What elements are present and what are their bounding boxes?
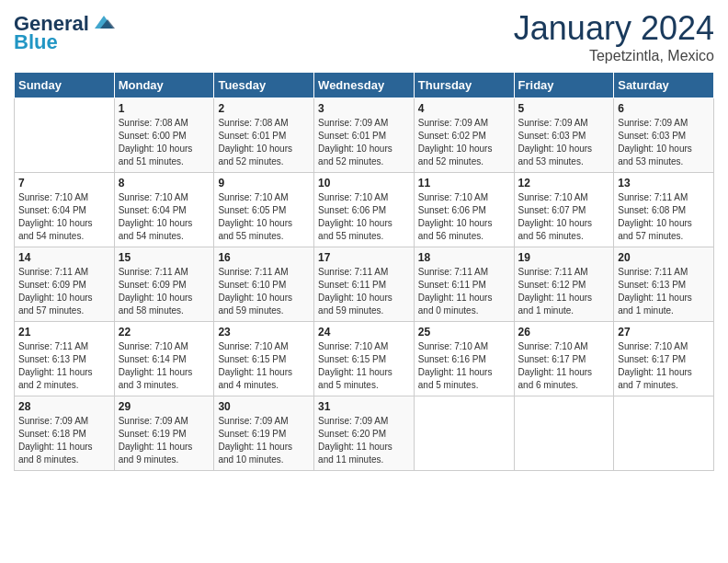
calendar-header-row: SundayMondayTuesdayWednesdayThursdayFrid… [15, 73, 714, 98]
day-cell: 24Sunrise: 7:10 AM Sunset: 6:15 PM Dayli… [314, 322, 415, 396]
day-info: Sunrise: 7:09 AM Sunset: 6:03 PM Dayligh… [518, 117, 610, 168]
day-cell: 25Sunrise: 7:10 AM Sunset: 6:16 PM Dayli… [414, 322, 514, 396]
day-info: Sunrise: 7:10 AM Sunset: 6:15 PM Dayligh… [318, 340, 410, 392]
day-cell: 2Sunrise: 7:08 AM Sunset: 6:01 PM Daylig… [214, 98, 314, 173]
day-cell: 27Sunrise: 7:10 AM Sunset: 6:17 PM Dayli… [614, 322, 714, 396]
day-info: Sunrise: 7:09 AM Sunset: 6:19 PM Dayligh… [218, 415, 310, 466]
day-number: 22 [119, 326, 210, 339]
col-header-tuesday: Tuesday [214, 73, 314, 98]
day-cell [614, 396, 714, 471]
day-info: Sunrise: 7:11 AM Sunset: 6:09 PM Dayligh… [18, 266, 110, 317]
day-cell: 8Sunrise: 7:10 AM Sunset: 6:04 PM Daylig… [114, 173, 214, 247]
day-number: 6 [618, 102, 710, 115]
day-cell: 23Sunrise: 7:10 AM Sunset: 6:15 PM Dayli… [214, 322, 314, 396]
day-number: 2 [218, 102, 310, 115]
month-title: January 2024 [514, 9, 714, 48]
day-info: Sunrise: 7:10 AM Sunset: 6:16 PM Dayligh… [418, 340, 510, 392]
day-info: Sunrise: 7:10 AM Sunset: 6:05 PM Dayligh… [218, 191, 310, 243]
day-number: 18 [418, 251, 510, 264]
day-cell: 20Sunrise: 7:11 AM Sunset: 6:13 PM Dayli… [614, 247, 714, 322]
day-info: Sunrise: 7:11 AM Sunset: 6:13 PM Dayligh… [618, 266, 710, 317]
day-info: Sunrise: 7:10 AM Sunset: 6:04 PM Dayligh… [18, 191, 110, 243]
col-header-wednesday: Wednesday [314, 73, 415, 98]
day-number: 28 [18, 400, 110, 413]
day-number: 10 [318, 177, 410, 190]
day-info: Sunrise: 7:09 AM Sunset: 6:19 PM Dayligh… [119, 415, 210, 466]
day-number: 23 [218, 326, 310, 339]
day-number: 24 [318, 326, 410, 339]
col-header-monday: Monday [114, 73, 214, 98]
col-header-sunday: Sunday [15, 73, 115, 98]
day-cell: 3Sunrise: 7:09 AM Sunset: 6:01 PM Daylig… [314, 98, 415, 173]
day-info: Sunrise: 7:09 AM Sunset: 6:18 PM Dayligh… [18, 415, 110, 466]
day-info: Sunrise: 7:11 AM Sunset: 6:10 PM Dayligh… [218, 266, 310, 317]
day-info: Sunrise: 7:11 AM Sunset: 6:09 PM Dayligh… [119, 266, 210, 317]
day-cell: 28Sunrise: 7:09 AM Sunset: 6:18 PM Dayli… [15, 396, 115, 471]
day-cell: 9Sunrise: 7:10 AM Sunset: 6:05 PM Daylig… [214, 173, 314, 247]
day-cell: 21Sunrise: 7:11 AM Sunset: 6:13 PM Dayli… [15, 322, 115, 396]
day-number: 13 [618, 177, 710, 190]
logo: General Blue [14, 14, 117, 52]
day-cell: 5Sunrise: 7:09 AM Sunset: 6:03 PM Daylig… [514, 98, 614, 173]
day-cell: 29Sunrise: 7:09 AM Sunset: 6:19 PM Dayli… [114, 396, 214, 471]
day-cell: 7Sunrise: 7:10 AM Sunset: 6:04 PM Daylig… [15, 173, 115, 247]
day-cell: 22Sunrise: 7:10 AM Sunset: 6:14 PM Dayli… [114, 322, 214, 396]
day-cell: 15Sunrise: 7:11 AM Sunset: 6:09 PM Dayli… [114, 247, 214, 322]
day-info: Sunrise: 7:10 AM Sunset: 6:07 PM Dayligh… [518, 191, 610, 243]
day-cell: 18Sunrise: 7:11 AM Sunset: 6:11 PM Dayli… [414, 247, 514, 322]
day-number: 5 [518, 102, 610, 115]
day-number: 7 [18, 177, 110, 190]
day-info: Sunrise: 7:09 AM Sunset: 6:20 PM Dayligh… [318, 415, 410, 466]
day-cell: 4Sunrise: 7:09 AM Sunset: 6:02 PM Daylig… [414, 98, 514, 173]
day-info: Sunrise: 7:10 AM Sunset: 6:15 PM Dayligh… [218, 340, 310, 392]
day-info: Sunrise: 7:09 AM Sunset: 6:02 PM Dayligh… [418, 117, 510, 168]
day-cell: 6Sunrise: 7:09 AM Sunset: 6:03 PM Daylig… [614, 98, 714, 173]
day-cell [514, 396, 614, 471]
day-number: 1 [119, 102, 210, 115]
day-cell [414, 396, 514, 471]
day-cell: 13Sunrise: 7:11 AM Sunset: 6:08 PM Dayli… [614, 173, 714, 247]
col-header-saturday: Saturday [614, 73, 714, 98]
day-number: 26 [518, 326, 610, 339]
day-number: 11 [418, 177, 510, 190]
day-cell: 14Sunrise: 7:11 AM Sunset: 6:09 PM Dayli… [15, 247, 115, 322]
day-number: 30 [218, 400, 310, 413]
day-number: 17 [318, 251, 410, 264]
day-info: Sunrise: 7:11 AM Sunset: 6:12 PM Dayligh… [518, 266, 610, 317]
day-number: 29 [119, 400, 210, 413]
day-cell: 19Sunrise: 7:11 AM Sunset: 6:12 PM Dayli… [514, 247, 614, 322]
col-header-friday: Friday [514, 73, 614, 98]
day-number: 21 [18, 326, 110, 339]
week-row-3: 14Sunrise: 7:11 AM Sunset: 6:09 PM Dayli… [15, 247, 714, 322]
week-row-1: 1Sunrise: 7:08 AM Sunset: 6:00 PM Daylig… [15, 98, 714, 173]
day-number: 27 [618, 326, 710, 339]
day-cell: 17Sunrise: 7:11 AM Sunset: 6:11 PM Dayli… [314, 247, 415, 322]
week-row-2: 7Sunrise: 7:10 AM Sunset: 6:04 PM Daylig… [15, 173, 714, 247]
day-number: 12 [518, 177, 610, 190]
day-cell: 30Sunrise: 7:09 AM Sunset: 6:19 PM Dayli… [214, 396, 314, 471]
day-cell: 31Sunrise: 7:09 AM Sunset: 6:20 PM Dayli… [314, 396, 415, 471]
day-info: Sunrise: 7:10 AM Sunset: 6:04 PM Dayligh… [119, 191, 210, 243]
day-info: Sunrise: 7:11 AM Sunset: 6:11 PM Dayligh… [318, 266, 410, 317]
day-number: 8 [119, 177, 210, 190]
day-cell: 1Sunrise: 7:08 AM Sunset: 6:00 PM Daylig… [114, 98, 214, 173]
title-area: January 2024 Tepetzintla, Mexico [514, 9, 714, 64]
day-info: Sunrise: 7:08 AM Sunset: 6:01 PM Dayligh… [218, 117, 310, 168]
day-cell: 16Sunrise: 7:11 AM Sunset: 6:10 PM Dayli… [214, 247, 314, 322]
day-info: Sunrise: 7:08 AM Sunset: 6:00 PM Dayligh… [119, 117, 210, 168]
calendar-table: SundayMondayTuesdayWednesdayThursdayFrid… [14, 72, 714, 471]
day-info: Sunrise: 7:11 AM Sunset: 6:11 PM Dayligh… [418, 266, 510, 317]
day-number: 25 [418, 326, 510, 339]
day-number: 9 [218, 177, 310, 190]
day-info: Sunrise: 7:10 AM Sunset: 6:17 PM Dayligh… [618, 340, 710, 392]
day-info: Sunrise: 7:10 AM Sunset: 6:14 PM Dayligh… [119, 340, 210, 392]
day-info: Sunrise: 7:09 AM Sunset: 6:03 PM Dayligh… [618, 117, 710, 168]
day-info: Sunrise: 7:10 AM Sunset: 6:17 PM Dayligh… [518, 340, 610, 392]
day-number: 4 [418, 102, 510, 115]
day-cell: 12Sunrise: 7:10 AM Sunset: 6:07 PM Dayli… [514, 173, 614, 247]
day-cell: 10Sunrise: 7:10 AM Sunset: 6:06 PM Dayli… [314, 173, 415, 247]
day-cell [15, 98, 115, 173]
logo-blue: Blue [14, 32, 58, 52]
day-info: Sunrise: 7:09 AM Sunset: 6:01 PM Dayligh… [318, 117, 410, 168]
day-info: Sunrise: 7:10 AM Sunset: 6:06 PM Dayligh… [418, 191, 510, 243]
